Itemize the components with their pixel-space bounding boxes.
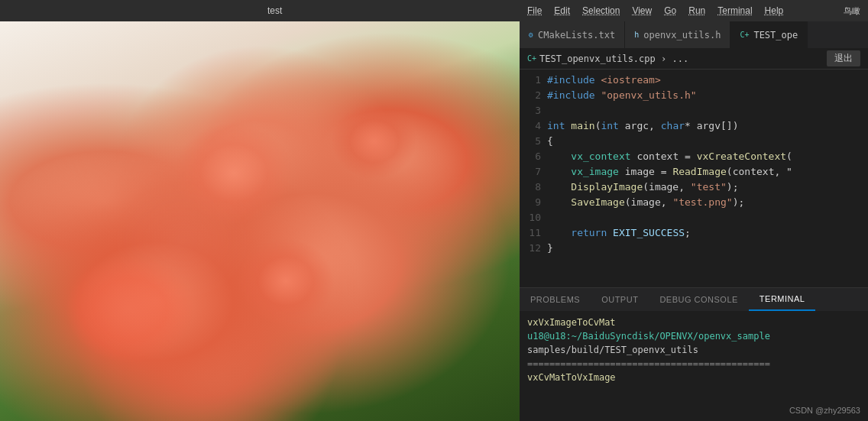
token: (image, <box>643 180 691 195</box>
tab-cpp[interactable]: C+ TEST_ope <box>730 21 808 48</box>
token: context = <box>631 149 697 164</box>
window-title: test <box>267 5 282 16</box>
line-num-4: 4 <box>520 118 541 134</box>
menu-help[interactable]: Help <box>765 5 784 16</box>
menu-terminal[interactable]: Terminal <box>717 5 752 16</box>
token <box>607 225 613 241</box>
token: vx_context <box>571 149 630 164</box>
token: vxCvMatToVxImage <box>527 372 616 383</box>
token: DisplayImage <box>571 180 643 195</box>
exit-button[interactable]: 退出 <box>827 50 860 66</box>
breadcrumb-file: TEST_openvx_utils.cpp › ... <box>539 53 688 64</box>
token: <iostream> <box>601 73 660 88</box>
code-line-10 <box>547 210 865 225</box>
token: vxVxImageToCvMat <box>527 317 616 328</box>
token <box>547 180 571 195</box>
terminal-line-5: vxCvMatToVxImage <box>527 371 860 384</box>
main-layout: ⚙ CMakeLists.txt h openvx_utils.h C+ TES… <box>0 21 868 421</box>
flower-overlay <box>0 21 520 421</box>
token: return <box>571 225 607 241</box>
cpp-icon: C+ <box>740 31 749 39</box>
tab-h-label: openvx_utils.h <box>643 30 721 40</box>
token: ( <box>786 149 792 164</box>
token: int <box>601 118 618 134</box>
line-num-8: 8 <box>520 180 541 195</box>
line-num-12: 12 <box>520 241 541 256</box>
terminal-wrapper: vxVxImageToCvMat u18@u18:~/BaiduSyncdisk… <box>520 311 868 421</box>
token: #include <box>547 88 595 103</box>
menu-view[interactable]: View <box>632 5 652 16</box>
cmake-icon: ⚙ <box>529 31 533 39</box>
code-line-9: SaveImage (image, "test.png" ); <box>547 195 865 210</box>
tab-debug-console[interactable]: DEBUG CONSOLE <box>649 288 748 311</box>
line-num-7: 7 <box>520 164 541 180</box>
menu-items: File Edit Selection View Go Run Terminal… <box>527 5 783 16</box>
token: ; <box>685 225 691 241</box>
code-line-7: vx_image image = ReadImage (context, " <box>547 164 865 180</box>
token: ReadImage <box>672 164 726 180</box>
token: u18@u18:~/BaiduSyncdisk/OPENVX/openvx_sa… <box>527 331 770 342</box>
terminal-badge: CSDN @zhy29563 <box>789 406 860 415</box>
token: main <box>571 118 594 134</box>
token: vx_image <box>571 164 619 180</box>
terminal-line-1: vxVxImageToCvMat <box>527 316 860 329</box>
menu-selection[interactable]: Selection <box>582 5 620 16</box>
tab-cpp-label: TEST_ope <box>753 30 798 40</box>
token: EXIT_SUCCESS <box>613 225 685 241</box>
token: (context, " <box>727 164 792 180</box>
tab-problems[interactable]: PROBLEMS <box>520 288 591 311</box>
token: samples/build/TEST_openvx_utils <box>527 345 698 355</box>
breadcrumb-bar: C+ TEST_openvx_utils.cpp › ... 退出 <box>520 48 868 70</box>
code-line-2: #include "openvx_utils.h" <box>547 88 865 103</box>
token: ); <box>727 180 739 195</box>
menu-run[interactable]: Run <box>688 5 705 16</box>
code-editor: 1 2 3 4 5 6 7 8 9 10 11 12 #include <ios… <box>520 70 868 287</box>
token <box>547 149 571 164</box>
line-num-10: 10 <box>520 210 541 225</box>
code-line-1: #include <iostream> <box>547 73 865 88</box>
menu-badge: 鸟瞰 <box>844 5 860 17</box>
line-num-9: 9 <box>520 195 541 210</box>
cpp-breadcrumb-icon: C+ <box>527 54 536 63</box>
editor-tabs: ⚙ CMakeLists.txt h openvx_utils.h C+ TES… <box>520 21 868 48</box>
menu-file[interactable]: File <box>527 5 542 16</box>
h-icon: h <box>634 31 639 39</box>
terminal-line-4: ========================================… <box>527 357 860 371</box>
token: ); <box>733 195 745 210</box>
token: int <box>547 118 565 134</box>
code-line-11: return EXIT_SUCCESS ; <box>547 225 865 241</box>
line-num-1: 1 <box>520 73 541 88</box>
tab-h[interactable]: h openvx_utils.h <box>625 21 730 48</box>
tab-output[interactable]: OUTPUT <box>591 288 649 311</box>
line-num-11: 11 <box>520 225 541 241</box>
code-line-6: vx_context context = vxCreateContext ( <box>547 149 865 164</box>
menu-edit[interactable]: Edit <box>554 5 570 16</box>
terminal-line-3: samples/build/TEST_openvx_utils <box>527 343 860 357</box>
token: SaveImage <box>571 195 624 210</box>
code-line-4: int main ( int argc, char * argv[]) <box>547 118 865 134</box>
tab-cmake-label: CMakeLists.txt <box>538 30 615 40</box>
token: } <box>547 241 553 256</box>
token: ========================================… <box>527 358 770 369</box>
terminal-line-2: u18@u18:~/BaiduSyncdisk/OPENVX/openvx_sa… <box>527 329 860 343</box>
code-line-3 <box>547 103 865 118</box>
token <box>547 195 571 210</box>
bottom-panel: PROBLEMS OUTPUT DEBUG CONSOLE TERMINAL v… <box>520 287 868 421</box>
token: * argv[]) <box>685 118 738 134</box>
token: (image, <box>625 195 673 210</box>
image-panel <box>0 21 520 421</box>
tab-cmake[interactable]: ⚙ CMakeLists.txt <box>520 21 625 48</box>
tab-terminal[interactable]: TERMINAL <box>749 288 816 311</box>
code-line-5: { <box>547 134 865 149</box>
right-panel: ⚙ CMakeLists.txt h openvx_utils.h C+ TES… <box>520 21 868 421</box>
line-numbers: 1 2 3 4 5 6 7 8 9 10 11 12 <box>520 73 547 284</box>
line-num-3: 3 <box>520 103 541 118</box>
token <box>547 164 571 180</box>
code-line-8: DisplayImage (image, "test" ); <box>547 180 865 195</box>
token <box>565 118 571 134</box>
token: ( <box>595 118 601 134</box>
menu-go[interactable]: Go <box>664 5 676 16</box>
line-num-5: 5 <box>520 134 541 149</box>
menu-bar: test File Edit Selection View Go Run Ter… <box>0 0 868 21</box>
line-num-6: 6 <box>520 149 541 164</box>
